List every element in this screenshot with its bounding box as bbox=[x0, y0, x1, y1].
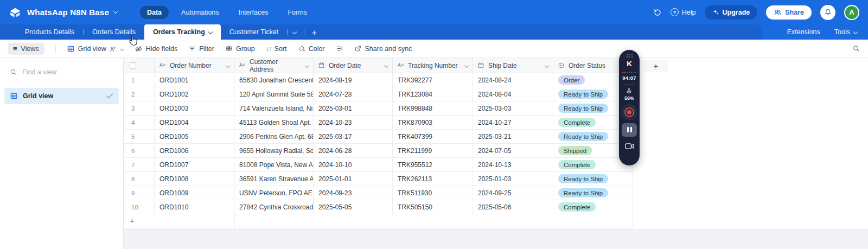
row-number[interactable]: 10 bbox=[124, 200, 155, 214]
column-header-order-number[interactable]: Order Number bbox=[155, 58, 234, 73]
cell-customer-address[interactable]: 27842 Cynthia Crossroad S… bbox=[234, 200, 314, 214]
cell-order-number[interactable]: ORD1009 bbox=[155, 186, 234, 200]
cell-ship-date[interactable]: 2024-07-05 bbox=[473, 144, 553, 157]
cell-order-status[interactable]: Ready to Ship bbox=[553, 186, 633, 200]
cell-order-date[interactable]: 2025-03-17 bbox=[314, 130, 393, 143]
cell-tracking-number[interactable]: TRK511930 bbox=[393, 186, 473, 200]
views-button[interactable]: ≡ Views bbox=[8, 43, 44, 55]
cell-order-number[interactable]: ORD1004 bbox=[155, 116, 234, 129]
share-button[interactable]: Share bbox=[766, 5, 812, 20]
color-button[interactable]: Color bbox=[298, 45, 325, 53]
add-row[interactable]: + bbox=[124, 214, 633, 228]
nav-tab-data[interactable]: Data bbox=[140, 6, 169, 19]
tab-chevron-down-icon[interactable] bbox=[208, 30, 213, 34]
cell-order-date[interactable]: 2025-01-01 bbox=[314, 172, 393, 186]
cell-tracking-number[interactable]: TRK211999 bbox=[393, 144, 473, 157]
find-view-search[interactable] bbox=[9, 65, 114, 80]
row-number[interactable]: 2 bbox=[124, 87, 155, 101]
cell-customer-address[interactable]: 714 Valenzuela Island, Nico… bbox=[234, 101, 314, 115]
nav-tab-interfaces[interactable]: Interfaces bbox=[232, 6, 276, 19]
group-button[interactable]: Group bbox=[225, 45, 255, 53]
cell-ship-date[interactable]: 2025-03-03 bbox=[473, 101, 553, 115]
tab-products-details[interactable]: Products Details bbox=[16, 24, 83, 40]
cell-order-status[interactable]: Complete bbox=[553, 200, 633, 214]
cell-order-date[interactable]: 2025-03-01 bbox=[314, 101, 393, 115]
cell-order-date[interactable]: 2024-10-10 bbox=[314, 158, 393, 171]
column-chevron-icon[interactable] bbox=[545, 63, 549, 67]
cell-order-date[interactable]: 2025-05-05 bbox=[314, 200, 393, 214]
cell-customer-address[interactable]: 9655 Holloway Radial, Sout… bbox=[234, 144, 314, 157]
share-and-sync-button[interactable]: Share and sync bbox=[354, 45, 412, 53]
cell-order-date[interactable]: 2024-10-23 bbox=[314, 116, 393, 129]
row-number[interactable]: 5 bbox=[124, 130, 155, 143]
tabs-overflow-chevron-icon[interactable] bbox=[292, 30, 297, 34]
tab-orders-tracking[interactable]: Orders Tracking bbox=[144, 24, 221, 40]
cell-ship-date[interactable]: 2025-03-21 bbox=[473, 130, 553, 143]
cell-order-number[interactable]: ORD1008 bbox=[155, 172, 234, 186]
cell-ship-date[interactable]: 2024-08-04 bbox=[473, 87, 553, 101]
filter-button[interactable]: Filter bbox=[188, 45, 214, 53]
column-header-ship-date[interactable]: Ship Date bbox=[473, 58, 553, 73]
column-header-customer-address[interactable]: Customer Address bbox=[234, 58, 314, 73]
cell-order-status[interactable]: Ready to Ship bbox=[553, 172, 633, 186]
cell-ship-date[interactable]: 2024-08-24 bbox=[473, 73, 553, 87]
cell-tracking-number[interactable]: TRK392277 bbox=[393, 73, 473, 87]
history-icon[interactable] bbox=[653, 8, 662, 17]
cell-ship-date[interactable]: 2024-09-25 bbox=[473, 186, 553, 200]
sidebar-view-grid-view[interactable]: Grid view bbox=[4, 88, 119, 104]
add-row-plus-icon[interactable]: + bbox=[130, 216, 135, 225]
column-chevron-icon[interactable] bbox=[464, 63, 469, 67]
cell-customer-address[interactable]: 36591 Karen Stravenue Apt… bbox=[234, 172, 314, 186]
add-field-button[interactable]: + bbox=[643, 60, 668, 72]
search-button[interactable] bbox=[852, 44, 860, 53]
row-number[interactable]: 7 bbox=[124, 158, 155, 171]
extensions-button[interactable]: Extensions bbox=[787, 28, 820, 36]
cell-tracking-number[interactable]: TRK998848 bbox=[393, 101, 473, 115]
upgrade-button[interactable]: Upgrade bbox=[705, 5, 758, 20]
cell-tracking-number[interactable]: TRK955512 bbox=[393, 158, 473, 171]
cell-ship-date[interactable]: 2025-05-06 bbox=[473, 200, 553, 214]
row-number[interactable]: 1 bbox=[124, 73, 155, 87]
cell-tracking-number[interactable]: TRK407399 bbox=[393, 130, 473, 143]
column-header-tracking-number[interactable]: Tracking Number bbox=[393, 58, 473, 73]
cell-order-date[interactable]: 2024-07-28 bbox=[314, 87, 393, 101]
find-view-input[interactable] bbox=[22, 68, 98, 76]
app-logo-icon[interactable] bbox=[9, 6, 22, 19]
cell-tracking-number[interactable]: TRK262113 bbox=[393, 172, 473, 186]
avatar[interactable]: A bbox=[844, 5, 859, 20]
row-number[interactable]: 4 bbox=[124, 116, 155, 129]
help-button[interactable]: ? Help bbox=[671, 8, 696, 16]
base-title[interactable]: WhatsAap N8N Base bbox=[27, 8, 109, 17]
cell-customer-address[interactable]: USNV Peterson, FPO AE 69… bbox=[234, 186, 314, 200]
pause-button[interactable] bbox=[622, 123, 637, 137]
cell-customer-address[interactable]: 45113 Golden Shoal Apt. 0… bbox=[234, 116, 314, 129]
row-number[interactable]: 8 bbox=[124, 172, 155, 186]
sort-button[interactable]: ↓↑ Sort bbox=[266, 45, 287, 53]
cell-order-number[interactable]: ORD1002 bbox=[155, 87, 234, 101]
cell-order-number[interactable]: ORD1001 bbox=[155, 73, 234, 87]
base-chevron-down-icon[interactable] bbox=[113, 9, 118, 14]
cell-order-date[interactable]: 2024-08-19 bbox=[314, 73, 393, 87]
record-button[interactable] bbox=[621, 104, 637, 120]
cell-tracking-number[interactable]: TRK123084 bbox=[393, 87, 473, 101]
row-number[interactable]: 6 bbox=[124, 144, 155, 157]
hide-fields-button[interactable]: Hide fields bbox=[135, 45, 177, 53]
cell-order-number[interactable]: ORD1006 bbox=[155, 144, 234, 157]
notifications-button[interactable] bbox=[820, 5, 835, 20]
cell-customer-address[interactable]: 120 April Summit Suite 587… bbox=[234, 87, 314, 101]
cell-order-number[interactable]: ORD1010 bbox=[155, 200, 234, 214]
camera-button[interactable] bbox=[625, 143, 634, 150]
column-chevron-icon[interactable] bbox=[305, 63, 309, 67]
column-chevron-icon[interactable] bbox=[384, 63, 388, 67]
cell-customer-address[interactable]: 65630 Jonathan Crescent, … bbox=[234, 73, 314, 87]
grid-view-button[interactable]: Grid view bbox=[67, 45, 124, 53]
cell-tracking-number[interactable]: TRK505150 bbox=[393, 200, 473, 214]
cell-customer-address[interactable]: 81008 Pope Vista, New An… bbox=[234, 158, 314, 171]
tab-orders-details[interactable]: Orders Details bbox=[84, 24, 144, 40]
cell-ship-date[interactable]: 2025-01-03 bbox=[473, 172, 553, 186]
cell-order-date[interactable]: 2024-06-28 bbox=[314, 144, 393, 157]
add-table-button[interactable]: + bbox=[312, 28, 317, 37]
tab-customer-ticket[interactable]: Customer Ticket bbox=[221, 24, 287, 40]
mic-button[interactable]: 56% bbox=[624, 88, 634, 101]
row-number[interactable]: 9 bbox=[124, 186, 155, 200]
